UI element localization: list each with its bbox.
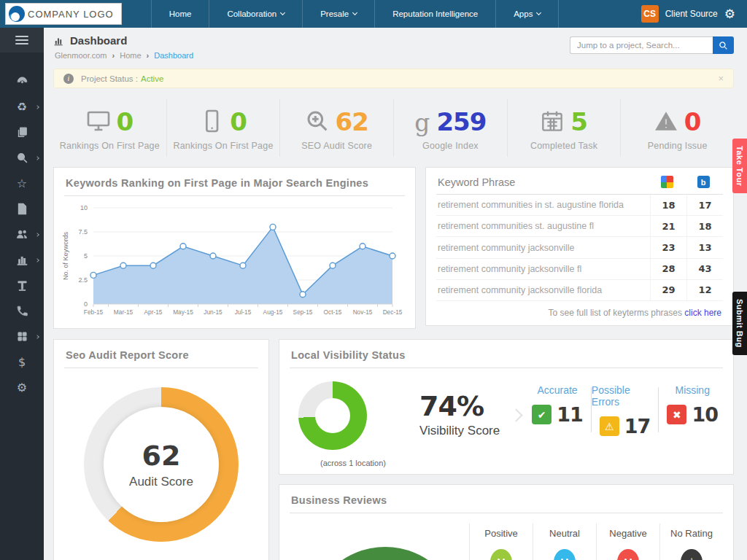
visibility-possible-errors: Possible Errors ⚠ 17 xyxy=(592,381,659,438)
kpi-label: Google Index xyxy=(422,141,479,151)
search-icon xyxy=(16,152,28,164)
svg-text:2.5: 2.5 xyxy=(78,276,88,284)
close-icon[interactable]: × xyxy=(718,73,724,84)
panel-title: Local Visibility Status xyxy=(279,340,733,368)
main-menu: Home Collaboration Presale Reputation In… xyxy=(151,0,560,28)
sidebar-toggle[interactable] xyxy=(0,28,44,52)
menu-item-collaboration[interactable]: Collaboration xyxy=(209,0,302,28)
visibility-stat-label: Possible Errors xyxy=(592,384,659,408)
keyword-phrase: retirement community jacksonville fl xyxy=(436,264,650,274)
sidebar-item-text[interactable] xyxy=(0,273,44,298)
sidebar-item-pages[interactable] xyxy=(0,120,44,145)
reviews-no-rating: No Rating ☆ xyxy=(659,524,723,560)
search-button[interactable] xyxy=(713,36,734,54)
mobile-icon xyxy=(200,109,223,133)
keyword-row: retirement communities in st. augustine … xyxy=(436,195,723,216)
svg-text:Aug-15: Aug-15 xyxy=(263,308,283,316)
sidebar-item-documents[interactable] xyxy=(0,196,44,222)
svg-text:Dec-15: Dec-15 xyxy=(383,308,403,316)
caret-down-icon xyxy=(352,10,357,15)
visibility-stat-label: Missing xyxy=(675,384,709,396)
breadcrumb-separator: › xyxy=(147,51,150,60)
menu-item-apps[interactable]: Apps xyxy=(495,0,559,28)
company-logo[interactable]: COMPANY LOGO xyxy=(5,3,122,25)
sidebar-item-dashboard[interactable] xyxy=(0,69,44,94)
keywords-area-chart: 02.557.510Feb-15Mar-15Apr-15May-15Jun-15… xyxy=(60,199,403,324)
keywords-chart-panel: Keywords Ranking on First Page in Major … xyxy=(53,167,416,329)
google-rank: 29 xyxy=(650,280,686,300)
bar-chart-icon xyxy=(53,36,65,46)
search-input[interactable] xyxy=(570,36,713,54)
calendar-icon xyxy=(541,109,564,133)
svg-text:Jun-15: Jun-15 xyxy=(204,308,222,316)
svg-text:May-15: May-15 xyxy=(173,308,193,316)
breadcrumb-separator: › xyxy=(112,51,115,60)
sidebar-item-reports[interactable] xyxy=(0,247,44,273)
bing-rank: 12 xyxy=(686,280,723,300)
sidebar-item-billing[interactable]: $ xyxy=(0,349,44,375)
kpi-label: Completed Task xyxy=(530,141,597,151)
breadcrumb: Glenmoor.com › Home › Dashboard xyxy=(55,51,193,60)
breadcrumb-home[interactable]: Home xyxy=(120,51,141,60)
sidebar-item-apps[interactable] xyxy=(0,324,44,349)
grid-icon xyxy=(16,330,28,343)
star-icon: ☆ xyxy=(17,178,27,190)
google-rank: 21 xyxy=(650,216,686,236)
dollar-icon: $ xyxy=(18,357,26,368)
desktop-icon xyxy=(87,109,110,133)
reviews-neutral: Neutral xyxy=(533,524,596,560)
breadcrumb-project[interactable]: Glenmoor.com xyxy=(55,51,107,60)
smiley-happy-icon xyxy=(490,549,512,560)
keyword-footer: To see full list of keyterms phrases cli… xyxy=(426,301,733,325)
kpi-label: Pending Issue xyxy=(648,141,708,151)
take-tour-tab[interactable]: Take Tour xyxy=(732,139,747,193)
bing-icon: b xyxy=(697,176,710,188)
google-column-header xyxy=(649,176,685,188)
sidebar-item-settings[interactable]: ⚙ xyxy=(0,375,44,400)
visibility-stat-value: 10 xyxy=(692,403,718,426)
keyword-row: retirement communities st. augustine fl … xyxy=(436,216,723,237)
local-visibility-panel: Local Visibility Status (across 1 locati… xyxy=(279,339,734,475)
panel-title: Seo Audit Report Score xyxy=(54,340,268,368)
caret-down-icon xyxy=(536,10,541,15)
kpi-value: 0 xyxy=(230,112,247,133)
google-icon xyxy=(661,176,673,188)
breadcrumb-current[interactable]: Dashboard xyxy=(154,51,193,60)
check-icon: ✔ xyxy=(532,405,551,424)
kpi-value: 259 xyxy=(436,112,486,133)
visibility-stat-value: 17 xyxy=(624,415,651,438)
sidebar-item-calls[interactable] xyxy=(0,298,44,324)
google-rank: 28 xyxy=(650,259,686,279)
visibility-donut xyxy=(298,381,367,450)
alert-status: Active xyxy=(141,74,163,83)
users-icon xyxy=(16,228,28,241)
kpi-value: 5 xyxy=(570,112,587,133)
keyword-phrase: retirement communities st. augustine fl xyxy=(436,221,650,231)
phone-icon xyxy=(16,305,28,317)
menu-item-reputation-intelligence[interactable]: Reputation Intelligence xyxy=(374,0,495,28)
kpi-value: 0 xyxy=(684,112,701,133)
gauge-icon xyxy=(16,75,28,88)
client-badge: CS xyxy=(641,5,659,23)
keyterms-full-list-link[interactable]: click here xyxy=(684,308,721,318)
smiley-neutral-icon xyxy=(554,549,576,560)
sidebar-item-users[interactable] xyxy=(0,222,44,247)
kpi-value: 0 xyxy=(117,112,133,133)
svg-text:Mar-15: Mar-15 xyxy=(114,308,133,316)
chevron-right-icon xyxy=(35,233,39,237)
menu-item-home[interactable]: Home xyxy=(151,0,209,28)
bing-rank: 18 xyxy=(686,216,723,236)
keyword-phrase: retirement community jacksonville florid… xyxy=(436,285,650,295)
gear-icon[interactable]: ⚙ xyxy=(724,7,735,21)
panel-title: Business Reviews xyxy=(279,485,733,513)
keyword-phrase: retirement communities in st. augustine … xyxy=(436,200,650,210)
audit-score-donut: 62 Audit Score xyxy=(84,387,239,542)
submit-bug-tab[interactable]: Submit Bug xyxy=(732,292,747,355)
sidebar-item-recycle[interactable]: ♻ xyxy=(0,94,44,120)
audit-score-label: Audit Score xyxy=(129,475,193,489)
visibility-stat-label: Accurate xyxy=(537,384,577,396)
menu-item-presale[interactable]: Presale xyxy=(302,0,374,28)
sidebar-item-favorites[interactable]: ☆ xyxy=(0,171,44,196)
google-rank: 23 xyxy=(650,237,686,257)
sidebar-item-search[interactable] xyxy=(0,145,44,171)
